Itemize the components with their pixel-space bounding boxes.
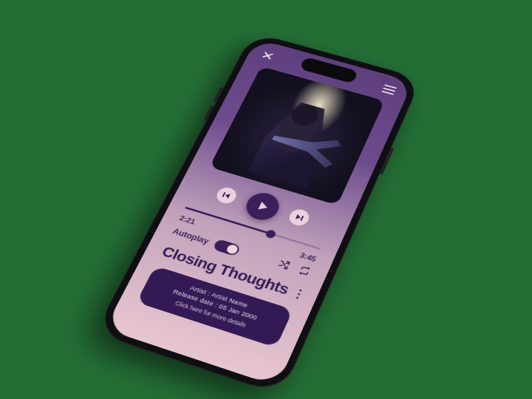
progress-thumb[interactable] xyxy=(265,228,277,239)
more-details-link[interactable]: Click here for more details xyxy=(150,292,272,337)
song-info-card[interactable]: Artist : Artist Name Release date : 05 J… xyxy=(136,266,293,348)
repeat-icon[interactable] xyxy=(296,265,312,279)
shuffle-icon[interactable] xyxy=(276,259,291,273)
artist-line: Artist : Artist Name xyxy=(159,275,281,319)
progress-slider[interactable] xyxy=(185,207,321,250)
autoplay-toggle[interactable] xyxy=(213,239,242,256)
autoplay-label: Autoplay xyxy=(171,227,211,246)
close-icon[interactable]: ✕ xyxy=(259,50,276,62)
next-button[interactable] xyxy=(287,207,312,228)
previous-button[interactable] xyxy=(214,185,239,205)
play-button[interactable] xyxy=(242,189,284,223)
elapsed-time: 2:21 xyxy=(178,214,197,226)
volume-down-button[interactable] xyxy=(203,105,214,120)
total-time: 3:45 xyxy=(299,251,318,263)
more-options-icon[interactable] xyxy=(296,289,302,299)
music-player-screen: ✕ xyxy=(104,38,413,386)
volume-up-button[interactable] xyxy=(214,86,224,102)
menu-icon[interactable] xyxy=(381,84,397,95)
phone-frame: ✕ xyxy=(94,32,422,395)
song-title: Closing Thoughts xyxy=(159,243,292,299)
release-line: Release date : 05 Jan 2000 xyxy=(154,283,276,327)
